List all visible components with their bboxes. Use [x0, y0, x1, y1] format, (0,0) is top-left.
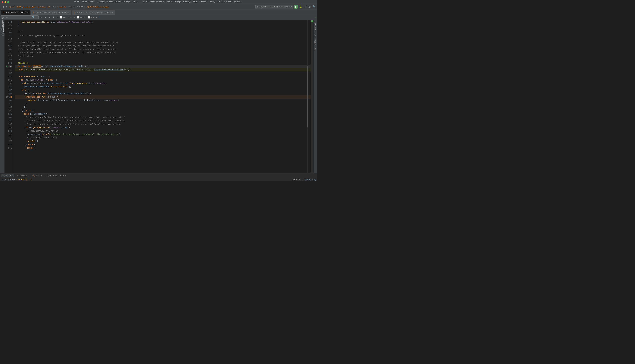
code-line-144: * [15, 38, 311, 41]
line-174: 174 [6, 140, 12, 143]
tab-sparksubmitarguments[interactable]: S SparkSubmitArguments.scala ✕ [30, 10, 72, 14]
code-content[interactable]: .requestSubmissionStatus(args.submission… [13, 20, 311, 173]
org-breadcrumb[interactable]: org [52, 6, 56, 8]
search-checkmark: ✓ [316, 16, 317, 19]
jar-breadcrumb[interactable]: spark-core_2.11-2.2.0-sources.jar [9, 6, 50, 8]
event-log-link[interactable]: Event Log [305, 178, 316, 181]
line-141: 141 [6, 27, 12, 30]
terminal-tab[interactable]: ⌨ Terminal [16, 174, 30, 177]
code-line-172: printStream.println(s"ERROR: ${e.getClas… [15, 133, 311, 136]
forward-icon[interactable]: ▶ [5, 5, 8, 9]
search-expand-button[interactable]: ⊕ [52, 16, 55, 19]
line-176: 176 [6, 146, 12, 150]
run-config-dropdown[interactable]: ⚙ SparkKafkaReceiverDStream ▾ [255, 5, 293, 9]
far-right-sidebar: Database Bean Validation [313, 20, 318, 173]
code-line-150: */ [15, 58, 311, 61]
line-142: 142 [6, 30, 12, 34]
minimize-traffic-light[interactable] [4, 1, 6, 3]
run-button[interactable]: ▶ [294, 5, 298, 8]
code-line-146: * the appropriate classpath, system prop… [15, 44, 311, 48]
search-prev-button[interactable]: ▲ [39, 16, 43, 19]
search-options: Match Case Words Regex ? [60, 16, 100, 18]
search-icon: 🔍 [32, 16, 35, 19]
scrollbar-thumb[interactable] [307, 66, 308, 127]
search-filter-button[interactable]: ≡ [56, 16, 58, 19]
right-panel-indicator [311, 20, 313, 22]
code-line-163: } [15, 102, 311, 106]
search-input[interactable] [2, 16, 32, 18]
line-163: 163 [6, 102, 12, 106]
tabbar: S SparkSubmit.scala ✕ S SparkSubmitArgum… [0, 10, 318, 15]
line-157: 157 [6, 82, 12, 85]
coverage-button[interactable]: 🛡 [304, 5, 307, 8]
code-line-145: * This runs in two steps. First, we prep… [15, 41, 311, 44]
breadcrumb-method: submit(...) [18, 178, 32, 181]
code-line-165: } catch { [15, 109, 311, 112]
code-line-143: * Submit the application using the provi… [15, 34, 311, 38]
breadcrumb-file: SparkSubmit [2, 178, 15, 181]
line-150: 150 [6, 58, 12, 61]
code-line-151: @tailrec [15, 61, 311, 65]
line-171: 171 [6, 129, 12, 133]
search-close-button[interactable]: ✕ [48, 16, 51, 19]
database-tab[interactable]: Database [314, 21, 317, 32]
search-nav-button[interactable]: 🔍 [312, 5, 316, 8]
code-line-168: // makes the message printed to the outp… [15, 119, 311, 122]
line-165: 165 [6, 109, 12, 112]
back-icon[interactable]: ◀ [2, 5, 4, 9]
terminal-icon: ⌨ [17, 174, 18, 177]
settings-button[interactable]: ⚙ [308, 5, 311, 8]
line-161: 161 [6, 95, 12, 99]
breadcrumb-nav: spark-core_2.11-2.2.0-sources.jar › org … [9, 6, 108, 8]
regex-option[interactable]: Regex [88, 16, 97, 18]
code-line-153: val (childArgs, childClasspath, sysProps… [15, 68, 311, 72]
deploy-breadcrumb[interactable]: deploy [77, 6, 85, 8]
build-label: Build [36, 175, 42, 177]
help-icon[interactable]: ? [98, 16, 100, 18]
breadcrumb-bar: SparkSubmit › submit(...) 152:15 | Event… [0, 178, 318, 181]
line-167: 167 [6, 116, 12, 119]
tab-sparksubmitoptionparser[interactable]: J SparkSubmitOptionParser.java ✕ [72, 10, 115, 14]
tab-sparksubmit[interactable]: S SparkSubmit.scala ✕ [1, 10, 30, 14]
position-indicator: 152:15 [293, 178, 300, 181]
vertical-scrollbar[interactable] [307, 20, 308, 173]
spark-breadcrumb[interactable]: spark [68, 6, 75, 8]
line-173: 173 [6, 136, 12, 140]
bean-validation-tab[interactable]: Bean Validation [314, 33, 317, 52]
config-label: SparkKafkaReceiverDStream [258, 6, 290, 8]
line-149: 149 [6, 54, 12, 58]
tab-label-sparksubmit: SparkSubmit.scala [5, 11, 26, 14]
tab-close-sparksubmitoptionparser[interactable]: ✕ [112, 11, 113, 14]
breadcrumb-sep: › [16, 178, 18, 181]
words-option[interactable]: Words [77, 16, 86, 18]
tab-close-sparksubmitargs[interactable]: ✕ [68, 11, 69, 14]
regex-checkbox[interactable] [88, 16, 90, 18]
code-line-156: if (args.proxyUser != null) { [15, 78, 311, 82]
build-tab[interactable]: 🔨 Build [31, 174, 43, 177]
words-checkbox[interactable] [77, 16, 80, 18]
debug-button[interactable]: 🐛 [299, 5, 302, 8]
favorites-icon[interactable]: 2. Favorites [0, 29, 4, 33]
code-line-170: if (e.getStackTrace().length == 0) { [15, 126, 311, 129]
match-case-checkbox[interactable] [60, 16, 62, 18]
line-152: ▶ 152 [6, 65, 12, 68]
apache-breadcrumb[interactable]: apache [59, 6, 66, 8]
java-enterprise-tab[interactable]: ☕ Java Enterprise [44, 174, 67, 177]
code-line-140: } [15, 24, 311, 27]
todo-tab[interactable]: ☰ 6: TODO [1, 174, 14, 177]
code-line-175: } else { [15, 143, 311, 146]
line-155: 155 [6, 75, 12, 78]
tab-close-sparksubmit[interactable]: ✕ [27, 11, 28, 14]
maximize-traffic-light[interactable] [7, 1, 9, 3]
file-breadcrumb[interactable]: SparkSubmit.scala [87, 6, 108, 8]
close-traffic-light[interactable] [2, 1, 4, 3]
line-numbers: 139 140 141 142 143 144 145 146 147 148 … [4, 20, 13, 173]
line-151: 151 [6, 61, 12, 65]
line-139: 139 [6, 20, 12, 24]
line-169: 169 [6, 122, 12, 126]
match-case-option[interactable]: Match Case [60, 16, 76, 18]
code-line-152: private def submit(args: SparkSubmitArgu… [15, 65, 311, 68]
search-next-button[interactable]: ▼ [44, 16, 47, 19]
java-label: Java Enterprise [47, 175, 66, 177]
code-line-141 [15, 27, 311, 30]
